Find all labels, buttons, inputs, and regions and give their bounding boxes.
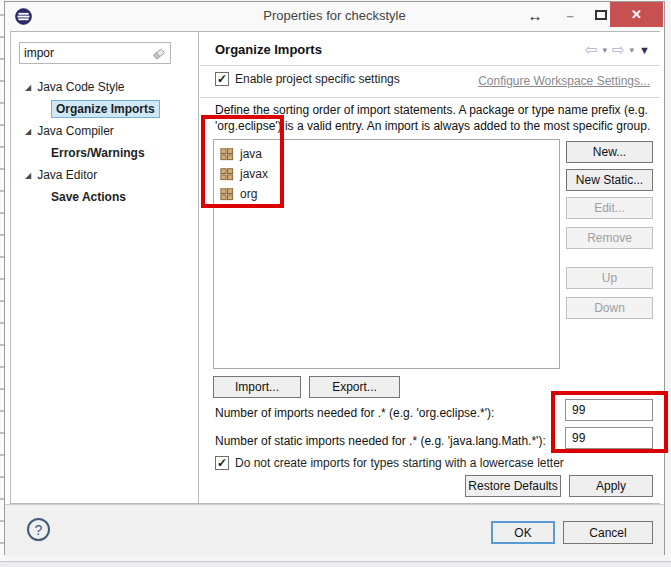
background-window-edge	[0, 561, 671, 567]
dialog-footer: ? OK Cancel	[5, 504, 664, 556]
tree-label: Java Compiler	[37, 124, 114, 138]
minimize-button[interactable]: –	[557, 2, 583, 28]
enable-project-settings-label: Enable project specific settings	[235, 72, 400, 86]
sidebar-item-errors-warnings[interactable]: Errors/Warnings	[11, 142, 198, 164]
cancel-button[interactable]: Cancel	[563, 521, 653, 544]
back-icon[interactable]: ⇦	[585, 41, 598, 59]
expander-icon[interactable]: ◢	[25, 171, 31, 180]
view-menu-icon[interactable]: ▼	[639, 44, 650, 56]
lowercase-imports-label: Do not create imports for types starting…	[235, 456, 564, 470]
up-button: Up	[566, 267, 653, 289]
edit-button: Edit...	[566, 197, 653, 219]
lowercase-imports-row[interactable]: ✓ Do not create imports for types starti…	[215, 456, 564, 470]
preferences-tree: ◢ Java Code Style Organize Imports ◢ Jav…	[11, 76, 198, 208]
sidebar-item-java-code-style[interactable]: ◢ Java Code Style	[11, 76, 198, 98]
selected-tree-label[interactable]: Organize Imports	[51, 100, 160, 118]
tree-label: Save Actions	[51, 190, 126, 204]
restore-defaults-button[interactable]: Restore Defaults	[465, 475, 561, 497]
search-input[interactable]	[24, 44, 148, 62]
sidebar-item-save-actions[interactable]: Save Actions	[11, 186, 198, 208]
separator	[200, 65, 660, 66]
maximize-icon	[595, 10, 607, 20]
sidebar: ◢ Java Code Style Organize Imports ◢ Jav…	[11, 32, 199, 503]
expander-icon[interactable]: ◢	[25, 127, 31, 136]
configure-workspace-settings-link[interactable]: Configure Workspace Settings...	[478, 74, 650, 88]
forward-dropdown-icon[interactable]: ▾	[630, 45, 635, 55]
tree-label: Java Code Style	[37, 80, 124, 94]
sidebar-item-organize-imports[interactable]: Organize Imports	[11, 98, 198, 120]
ok-button[interactable]: OK	[491, 521, 555, 544]
new-static-button[interactable]: New Static...	[566, 169, 653, 191]
imports-threshold-label: Number of imports needed for .* (e.g. 'o…	[215, 406, 494, 420]
enable-project-settings-checkbox[interactable]: ✓	[215, 72, 229, 86]
clear-filter-icon[interactable]	[152, 47, 166, 61]
static-imports-threshold-label: Number of static imports needed for .* (…	[215, 434, 546, 448]
import-button[interactable]: Import...	[213, 376, 301, 398]
enable-project-settings-row[interactable]: ✓ Enable project specific settings	[215, 72, 400, 86]
tree-label: Errors/Warnings	[51, 146, 145, 160]
apply-button[interactable]: Apply	[569, 475, 653, 497]
sidebar-item-java-compiler[interactable]: ◢ Java Compiler	[11, 120, 198, 142]
export-button[interactable]: Export...	[309, 376, 400, 398]
remove-button: Remove	[566, 227, 653, 249]
sidebar-item-java-editor[interactable]: ◢ Java Editor	[11, 164, 198, 186]
titlebar[interactable]: Properties for checkstyle ↔ – ✕	[5, 2, 664, 31]
help-button[interactable]: ?	[27, 518, 50, 541]
expander-icon[interactable]: ◢	[25, 83, 31, 92]
back-dropdown-icon[interactable]: ▾	[602, 45, 607, 55]
new-button[interactable]: New...	[566, 141, 653, 163]
separator	[200, 97, 660, 98]
filter-search-box[interactable]	[19, 42, 171, 64]
down-button: Down	[566, 297, 653, 319]
close-button[interactable]: ✕	[610, 2, 663, 27]
history-nav: ⇦ ▾ ⇨ ▾ ▼	[585, 41, 650, 59]
page-title: Organize Imports	[215, 42, 322, 57]
annotation-box-import-groups	[201, 115, 284, 208]
lowercase-imports-checkbox[interactable]: ✓	[215, 456, 229, 470]
restore-size-icon[interactable]: ↔	[522, 2, 548, 28]
forward-icon[interactable]: ⇨	[612, 41, 625, 59]
properties-dialog: Properties for checkstyle ↔ – ✕ ◢ Java C	[4, 1, 665, 555]
tree-label: Java Editor	[37, 168, 97, 182]
annotation-box-threshold-values	[551, 391, 668, 453]
